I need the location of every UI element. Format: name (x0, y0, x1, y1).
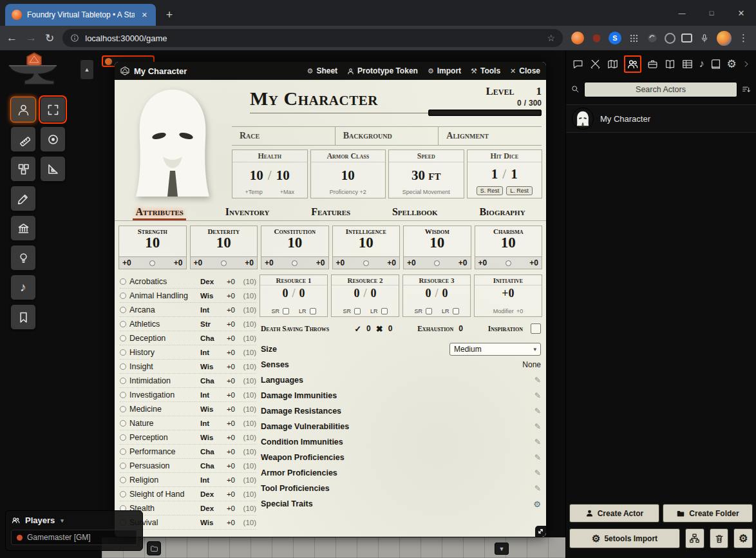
skill-row[interactable]: Animal Handling Wis +0 (10) (120, 289, 256, 303)
ability-name[interactable]: Intelligence (333, 226, 400, 235)
skill-name[interactable]: History (129, 348, 197, 357)
skill-name[interactable]: Arcana (129, 305, 197, 314)
tab-scenes[interactable] (607, 58, 619, 70)
skill-row[interactable]: Athletics Str +0 (10) (120, 317, 256, 331)
skill-proficiency-radio[interactable] (120, 335, 126, 342)
s-extension-icon[interactable]: S (609, 32, 621, 44)
skill-row[interactable]: Intimidation Cha +0 (10) (120, 374, 256, 388)
minimize-button[interactable]: — (667, 0, 697, 26)
capture-extension-icon[interactable] (681, 34, 692, 43)
profile-avatar[interactable] (717, 31, 732, 46)
initiative-value[interactable]: +0 (475, 287, 542, 300)
ability-block[interactable]: Dexterity 10 +0 +0 (190, 226, 258, 269)
skill-name[interactable]: Religion (129, 476, 197, 485)
resource-label[interactable]: Resource 3 (403, 275, 470, 285)
skill-row[interactable]: Medicine Wis +0 (10) (120, 402, 256, 416)
skill-row[interactable]: Sleight of Hand Dex +0 (10) (120, 487, 256, 501)
skill-row[interactable]: Deception Cha +0 (10) (120, 331, 256, 345)
long-rest-checkbox[interactable] (453, 308, 459, 314)
prototype-token-button[interactable]: Prototype Token (347, 66, 418, 75)
skill-proficiency-radio[interactable] (120, 463, 126, 469)
death-fail-count[interactable]: 0 (388, 324, 393, 333)
character-portrait[interactable] (117, 82, 228, 198)
walls-tool-button[interactable] (10, 215, 36, 241)
ability-block[interactable]: Strength 10 +0 +0 (118, 226, 187, 269)
search-input[interactable] (584, 82, 737, 97)
ability-score[interactable]: 10 (475, 235, 542, 251)
skill-name[interactable]: Investigation (129, 390, 197, 399)
sheet-tab[interactable]: Biography (477, 206, 527, 220)
skill-proficiency-radio[interactable] (120, 434, 126, 441)
ability-score[interactable]: 10 (404, 235, 471, 251)
ability-block[interactable]: Wisdom 10 +0 +0 (403, 226, 471, 269)
resource-label[interactable]: Resource 1 (260, 275, 327, 285)
edit-icon[interactable]: ✎ (534, 468, 541, 477)
foundry-extension-icon[interactable] (571, 32, 584, 44)
inspiration-checkbox[interactable] (531, 323, 541, 334)
speed-box[interactable]: Speed 30 ft Special Movement (388, 149, 464, 198)
sort-icon[interactable] (741, 84, 751, 95)
create-folder-button[interactable]: Create Folder (663, 504, 753, 523)
edit-icon[interactable]: ✎ (534, 453, 541, 462)
xp-value[interactable]: 0/300 (428, 99, 542, 108)
initiative-box[interactable]: Initiative +0 Modifier+0 (474, 274, 542, 317)
game-canvas[interactable]: ▼ ▲ (0, 50, 756, 558)
skill-proficiency-radio[interactable] (120, 363, 126, 370)
save-proficiency-radio[interactable] (221, 260, 227, 266)
tab-items[interactable] (647, 58, 659, 70)
skill-name[interactable]: Persuasion (129, 461, 197, 470)
lighting-tool-button[interactable] (10, 245, 36, 271)
skill-row[interactable]: Persuasion Cha +0 (10) (120, 459, 256, 473)
tools-button[interactable]: ⚒Tools (471, 66, 500, 75)
short-rest-checkbox[interactable] (283, 308, 289, 314)
forward-button[interactable]: → (26, 32, 37, 44)
ring-extension-icon[interactable] (665, 33, 676, 44)
skill-row[interactable]: Performance Cha +0 (10) (120, 445, 256, 459)
level-value[interactable]: 1 (536, 85, 542, 98)
skill-proficiency-radio[interactable] (120, 321, 126, 327)
skill-row[interactable]: Nature Int +0 (10) (120, 416, 256, 430)
site-info-icon[interactable] (70, 34, 79, 43)
actor-list-item[interactable]: My Character (566, 104, 756, 133)
skill-name[interactable]: Perception (129, 433, 197, 442)
skill-proficiency-radio[interactable] (120, 477, 126, 483)
folder-tree-button[interactable] (685, 528, 704, 548)
tab-combat[interactable] (589, 58, 601, 70)
token-tool-button[interactable] (10, 97, 36, 122)
skill-row[interactable]: Perception Wis +0 (10) (120, 430, 256, 445)
close-window-button[interactable]: ✕ (726, 0, 756, 26)
armor-class-box[interactable]: Armor Class 10 Proficiency +2 (310, 149, 386, 198)
5etools-import-button[interactable]: ⚙ 5etools Import (569, 528, 680, 548)
browser-tab[interactable]: Foundry Virtual Tabletop • A Stan ✕ (5, 4, 156, 26)
short-rest-checkbox[interactable] (426, 308, 432, 314)
ability-block[interactable]: Constitution 10 +0 +0 (261, 226, 329, 269)
skill-proficiency-radio[interactable] (120, 349, 126, 356)
resource-box[interactable]: Resource 2 0/0 SR LR (331, 274, 399, 317)
skill-row[interactable]: Acrobatics Dex +0 (10) (120, 274, 256, 289)
skill-name[interactable]: Deception (129, 334, 197, 343)
resource-label[interactable]: Resource 2 (332, 275, 399, 285)
tiles-tool-button[interactable] (10, 156, 36, 182)
skill-name[interactable]: Performance (129, 447, 197, 456)
death-fail-icon[interactable]: ✖ (376, 324, 383, 334)
skill-name[interactable]: Intimidation (129, 376, 197, 385)
resize-handle[interactable] (535, 526, 546, 537)
edit-icon[interactable]: ✎ (534, 391, 541, 400)
skill-proficiency-radio[interactable] (120, 448, 126, 455)
skill-row[interactable]: Religion Int +0 (10) (120, 473, 256, 487)
tab-close-icon[interactable]: ✕ (140, 11, 149, 19)
skill-proficiency-radio[interactable] (120, 392, 126, 398)
tab-actors[interactable] (624, 55, 641, 73)
sheet-tab[interactable]: Attributes (133, 206, 186, 220)
player-entry[interactable]: Gamemaster [GM] (11, 530, 137, 545)
short-rest-button[interactable]: S. Rest (477, 186, 504, 195)
resource-box[interactable]: Resource 1 0/0 SR LR (260, 274, 328, 317)
skill-proficiency-radio[interactable] (120, 307, 126, 313)
sheet-window-header[interactable]: My Character ⚙Sheet Prototype Token ⚙Imp… (115, 62, 546, 80)
long-rest-button[interactable]: L. Rest (506, 186, 533, 195)
ability-block[interactable]: Charisma 10 +0 +0 (475, 226, 543, 269)
save-proficiency-radio[interactable] (149, 260, 155, 266)
skill-proficiency-radio[interactable] (120, 420, 126, 427)
skill-name[interactable]: Medicine (129, 405, 197, 414)
back-button[interactable]: ← (6, 32, 17, 44)
